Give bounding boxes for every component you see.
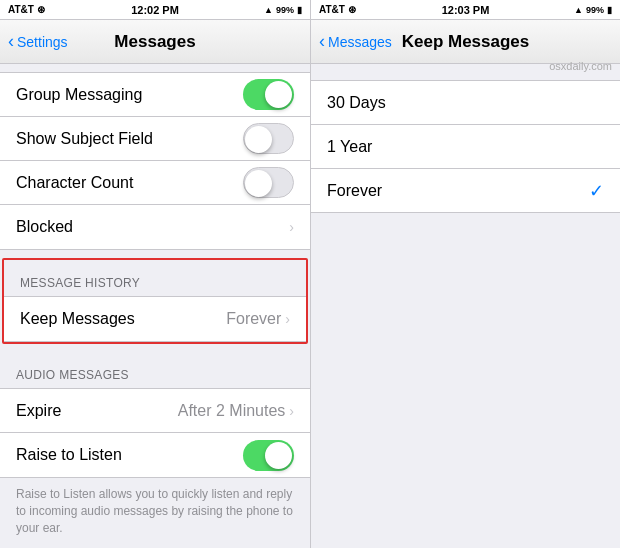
option-1-year[interactable]: 1 Year [311, 125, 620, 169]
nav-bar-left: ‹ Settings Messages [0, 20, 310, 64]
back-button-left[interactable]: ‹ Settings [8, 34, 68, 50]
raise-to-listen-item[interactable]: Raise to Listen [0, 433, 310, 477]
option-1-year-label: 1 Year [327, 138, 372, 156]
blocked-label: Blocked [16, 218, 73, 236]
arrow-icon: ▲ [264, 5, 273, 15]
expire-text: After 2 Minutes [178, 402, 286, 420]
show-subject-label: Show Subject Field [16, 130, 153, 148]
time-right: 12:03 PM [442, 4, 490, 16]
message-history-group: Keep Messages Forever › [4, 296, 306, 342]
group-messaging-toggle[interactable] [243, 79, 294, 110]
raise-to-listen-label: Raise to Listen [16, 446, 122, 464]
back-arrow-icon: ‹ [8, 32, 14, 50]
keep-messages-chevron-icon: › [285, 311, 290, 327]
wifi-icon: ⊛ [37, 4, 45, 15]
option-30-days[interactable]: 30 Days [311, 81, 620, 125]
option-forever[interactable]: Forever ✓ [311, 169, 620, 213]
expire-item[interactable]: Expire After 2 Minutes › [0, 389, 310, 433]
highlight-border: MESSAGE HISTORY Keep Messages Forever › [2, 258, 308, 344]
watermark: osxdaily.com [549, 60, 612, 72]
nav-bar-right: ‹ Messages Keep Messages [311, 20, 620, 64]
status-bar-right: AT&T ⊛ 12:03 PM ▲ 99% ▮ [311, 0, 620, 20]
show-subject-toggle[interactable] [243, 123, 294, 154]
show-subject-item[interactable]: Show Subject Field [0, 117, 310, 161]
raise-to-listen-toggle[interactable] [243, 440, 294, 471]
character-count-item[interactable]: Character Count [0, 161, 310, 205]
arrow-icon-right: ▲ [574, 5, 583, 15]
option-forever-label: Forever [327, 182, 382, 200]
character-count-toggle[interactable] [243, 167, 294, 198]
toggle-knob-4 [265, 442, 292, 469]
settings-list: Group Messaging Show Subject Field Chara… [0, 64, 310, 548]
expire-chevron-icon: › [289, 403, 294, 419]
raise-to-listen-description: Raise to Listen allows you to quickly li… [0, 478, 310, 548]
status-bar-left: AT&T ⊛ 12:02 PM ▲ 99% ▮ [0, 0, 310, 20]
forever-checkmark-icon: ✓ [589, 180, 604, 202]
audio-messages-header: AUDIO MESSAGES [0, 352, 310, 388]
battery-icon-right: ▮ [607, 5, 612, 15]
keep-messages-label: Keep Messages [20, 310, 135, 328]
toggle-knob-2 [245, 126, 272, 153]
group-messaging-item[interactable]: Group Messaging [0, 73, 310, 117]
blocked-item[interactable]: Blocked › [0, 205, 310, 249]
carrier-right: AT&T [319, 4, 345, 15]
wifi-icon-right: ⊛ [348, 4, 356, 15]
toggle-knob-3 [245, 170, 272, 197]
message-history-section: MESSAGE HISTORY Keep Messages Forever › [0, 258, 310, 344]
keep-messages-text: Forever [226, 310, 281, 328]
blocked-chevron-icon: › [289, 219, 294, 235]
back-label-right: Messages [328, 34, 392, 50]
back-arrow-icon-right: ‹ [319, 32, 325, 50]
back-label-left: Settings [17, 34, 68, 50]
nav-title-left: Messages [114, 32, 195, 52]
battery-right: 99% [586, 5, 604, 15]
character-count-label: Character Count [16, 174, 133, 192]
right-panel: AT&T ⊛ 12:03 PM ▲ 99% ▮ ‹ Messages Keep … [310, 0, 620, 548]
expire-label: Expire [16, 402, 61, 420]
time-left: 12:02 PM [131, 4, 179, 16]
nav-title-right: Keep Messages [402, 32, 530, 52]
keep-messages-list: 30 Days 1 Year Forever ✓ [311, 80, 620, 213]
carrier-left: AT&T [8, 4, 34, 15]
expire-value: After 2 Minutes › [178, 402, 294, 420]
audio-messages-section: AUDIO MESSAGES Expire After 2 Minutes › … [0, 352, 310, 548]
back-button-right[interactable]: ‹ Messages [319, 34, 392, 50]
keep-messages-value: Forever › [226, 310, 290, 328]
keep-messages-options: 30 Days 1 Year Forever ✓ [311, 72, 620, 213]
battery-left: 99% [276, 5, 294, 15]
battery-icon: ▮ [297, 5, 302, 15]
audio-messages-group: Expire After 2 Minutes › Raise to Listen [0, 388, 310, 478]
group-messaging-label: Group Messaging [16, 86, 142, 104]
main-settings-group: Group Messaging Show Subject Field Chara… [0, 72, 310, 250]
message-history-header: MESSAGE HISTORY [4, 260, 306, 296]
keep-messages-item[interactable]: Keep Messages Forever › [4, 297, 306, 341]
option-30-days-label: 30 Days [327, 94, 386, 112]
toggle-knob [265, 81, 292, 108]
left-panel: AT&T ⊛ 12:02 PM ▲ 99% ▮ ‹ Settings Messa… [0, 0, 310, 548]
